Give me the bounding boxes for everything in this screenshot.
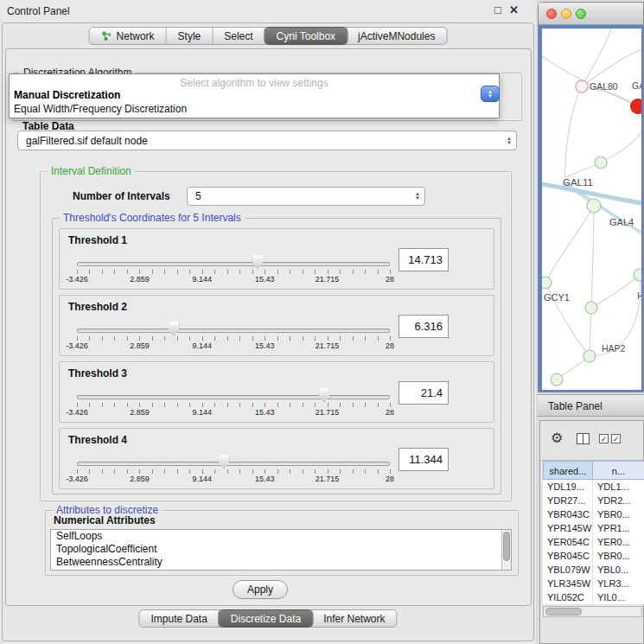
cell[interactable]: YER054C bbox=[543, 535, 593, 549]
slider-track[interactable] bbox=[77, 328, 390, 333]
numerical-attributes-list[interactable]: SelfLoops TopologicalCoefficient Between… bbox=[50, 529, 512, 571]
scrollbar-thumb[interactable] bbox=[545, 608, 582, 615]
slider-thumb[interactable] bbox=[219, 455, 230, 469]
slider-track[interactable] bbox=[77, 462, 390, 466]
node[interactable] bbox=[551, 373, 563, 386]
cell[interactable]: YIL052C bbox=[543, 590, 593, 604]
list-item[interactable]: SelfLoops bbox=[51, 530, 511, 543]
tab-network[interactable]: Network bbox=[90, 28, 167, 44]
scale-label: -3.426 bbox=[66, 408, 88, 417]
node-hap2[interactable] bbox=[583, 350, 596, 362]
attributes-scrollbar[interactable] bbox=[501, 530, 511, 570]
slider-scale: -3.426 2.859 9.144 15.43 21.715 28 bbox=[77, 408, 390, 418]
node[interactable] bbox=[587, 199, 601, 213]
algorithm-option-manual[interactable]: Manual Discretization bbox=[14, 89, 120, 101]
tab-style[interactable]: Style bbox=[167, 28, 214, 44]
table-row[interactable]: YBL079WYBL0... bbox=[543, 563, 644, 577]
table-row[interactable]: YBR043CYBR0... bbox=[543, 507, 644, 521]
combo-arrows-icon: ▲▼ bbox=[411, 192, 424, 201]
tab-cyni-toolbox[interactable]: Cyni Toolbox bbox=[265, 28, 347, 44]
node-gcy1[interactable] bbox=[542, 277, 552, 289]
table-row[interactable]: YIL052CYIL0... bbox=[543, 590, 644, 604]
scale-label: 15.43 bbox=[255, 408, 275, 417]
node-selected-red[interactable] bbox=[631, 99, 642, 114]
algorithm-option-equal-width[interactable]: Equal Width/Frequency Discretization bbox=[14, 103, 187, 115]
cell[interactable]: YBR0... bbox=[593, 507, 644, 521]
slider-ticks bbox=[77, 336, 391, 341]
node[interactable] bbox=[595, 156, 607, 169]
cell[interactable]: YLR3... bbox=[593, 577, 644, 590]
cell[interactable]: YIL0... bbox=[593, 590, 644, 604]
cell[interactable]: YPR1... bbox=[593, 521, 644, 535]
network-canvas[interactable]: GAL80 GA GAL11 GAL4 GCY1 H HAP2 bbox=[539, 25, 644, 392]
threshold-4-value-field[interactable]: 11.344 bbox=[399, 448, 449, 471]
number-of-intervals-combo[interactable]: 5 ▲▼ bbox=[187, 187, 425, 206]
node[interactable] bbox=[585, 302, 597, 314]
threshold-1-value-field[interactable]: 14.713 bbox=[399, 248, 449, 271]
threshold-3-slider[interactable]: -3.426 2.859 9.144 15.43 21.715 28 bbox=[77, 386, 390, 421]
gear-icon[interactable]: ⚙ bbox=[551, 431, 563, 445]
number-of-intervals-label: Number of Intervals bbox=[73, 190, 170, 202]
scale-label: 9.144 bbox=[193, 408, 213, 417]
float-window-icon[interactable]: □ bbox=[494, 4, 501, 16]
column-header-shared-name[interactable]: shared... bbox=[543, 461, 593, 480]
threshold-3-value-field[interactable]: 21.4 bbox=[399, 381, 449, 405]
table-row[interactable]: YPR145WYPR1... bbox=[543, 521, 644, 535]
scale-label: 15.43 bbox=[255, 275, 275, 284]
table-row[interactable]: YDL19...YDL1... bbox=[543, 480, 644, 494]
slider-track[interactable] bbox=[77, 395, 390, 399]
cell[interactable]: YBR0... bbox=[593, 549, 644, 563]
table-data-combo[interactable]: galFiltered.sif default node ▲▼ bbox=[17, 131, 517, 150]
node-gal80[interactable] bbox=[576, 80, 588, 92]
cell[interactable]: YPR145W bbox=[543, 521, 593, 535]
close-icon[interactable]: ✕ bbox=[509, 4, 519, 16]
cell[interactable]: YBR045C bbox=[543, 549, 593, 563]
apply-button[interactable]: Apply bbox=[233, 580, 288, 599]
cell[interactable]: YLR345W bbox=[543, 577, 593, 590]
list-item[interactable]: BetweennessCentrality bbox=[51, 556, 511, 569]
tab-discretize-data[interactable]: Discretize Data bbox=[220, 610, 312, 627]
close-traffic-light-icon[interactable] bbox=[546, 9, 557, 19]
table-row[interactable]: YBR045CYBR0... bbox=[543, 549, 644, 563]
tab-select[interactable]: Select bbox=[213, 28, 265, 44]
cell[interactable]: YDR2... bbox=[593, 494, 644, 507]
minimize-traffic-light-icon[interactable] bbox=[561, 9, 571, 19]
cell[interactable]: YBL0... bbox=[593, 563, 644, 577]
network-window-titlebar[interactable] bbox=[539, 3, 643, 25]
list-item[interactable]: TopologicalCoefficient bbox=[51, 543, 511, 556]
checkbox-icon[interactable]: ✓ bbox=[611, 434, 621, 443]
table-horizontal-scrollbar[interactable] bbox=[543, 606, 642, 617]
table-header-row: shared... n... bbox=[543, 461, 644, 480]
columns-icon[interactable] bbox=[577, 433, 590, 444]
slider-thumb[interactable] bbox=[318, 388, 329, 403]
cell[interactable]: YDL19... bbox=[543, 480, 593, 494]
scale-label: 9.144 bbox=[193, 341, 213, 350]
slider-thumb[interactable] bbox=[169, 322, 180, 336]
tab-jactivemodules[interactable]: jActiveMNodules bbox=[347, 28, 446, 44]
threshold-2-value-field[interactable]: 6.316 bbox=[399, 315, 449, 338]
cell[interactable]: YER0... bbox=[593, 535, 644, 549]
threshold-1-panel: Threshold 1 -3.426 2.859 9.144 15.43 21.… bbox=[59, 228, 494, 290]
threshold-1-slider[interactable]: -3.426 2.859 9.144 15.43 21.715 28 bbox=[77, 253, 390, 288]
table-row[interactable]: YDR27...YDR2... bbox=[543, 494, 644, 507]
threshold-4-slider[interactable]: -3.426 2.859 9.144 15.43 21.715 28 bbox=[77, 453, 390, 488]
zoom-traffic-light-icon[interactable] bbox=[576, 9, 586, 19]
cell[interactable]: YDL1... bbox=[593, 480, 644, 494]
algorithm-combo-stepper[interactable]: ▲ ▼ bbox=[481, 86, 500, 102]
tab-impute-data[interactable]: Impute Data bbox=[139, 610, 219, 627]
scale-label: -3.426 bbox=[66, 341, 88, 350]
checkbox-icon[interactable]: ✓ bbox=[599, 434, 609, 443]
table-row[interactable]: YER054CYER0... bbox=[543, 535, 644, 549]
cell[interactable]: YBL079W bbox=[543, 563, 593, 577]
threshold-2-slider[interactable]: -3.426 2.859 9.144 15.43 21.715 28 bbox=[77, 320, 390, 354]
cell[interactable]: YBR043C bbox=[543, 507, 593, 521]
scrollbar-thumb[interactable] bbox=[503, 532, 510, 561]
column-header-name[interactable]: n... bbox=[593, 461, 644, 480]
threshold-3-label: Threshold 3 bbox=[68, 367, 127, 379]
slider-thumb[interactable] bbox=[252, 255, 263, 270]
node[interactable] bbox=[634, 269, 641, 281]
slider-track[interactable] bbox=[77, 262, 390, 266]
tab-infer-network[interactable]: Infer Network bbox=[312, 610, 396, 627]
cell[interactable]: YDR27... bbox=[543, 494, 593, 507]
table-row[interactable]: YLR345WYLR3... bbox=[543, 577, 644, 590]
